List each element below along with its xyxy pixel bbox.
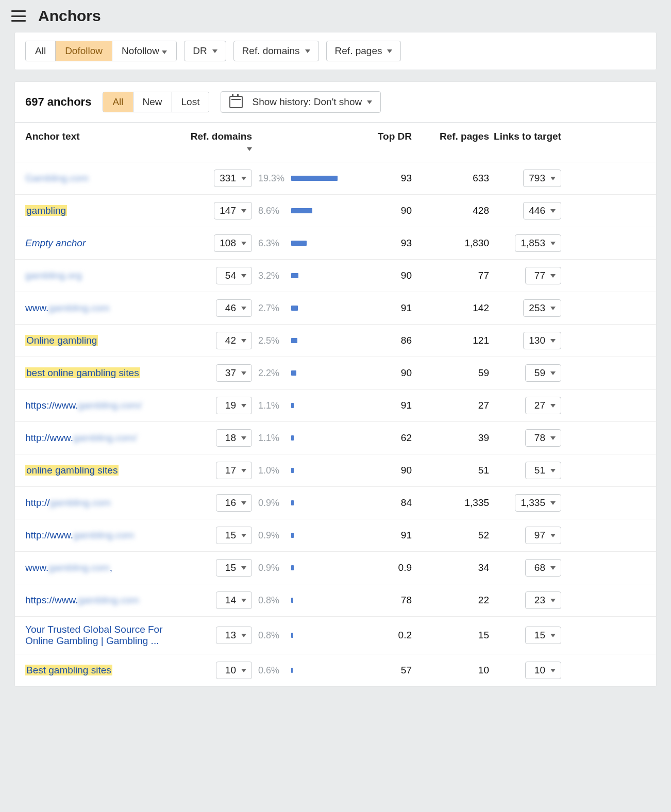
topdr-value: 91	[350, 400, 412, 411]
anchor-text: gambling.com	[73, 530, 134, 540]
links-cell: 27	[489, 397, 561, 414]
topdr-value: 90	[350, 205, 412, 216]
links-dropdown[interactable]: 68	[525, 559, 561, 577]
anchor-cell[interactable]: gambling	[25, 205, 185, 216]
anchor-text: Best gambling sites	[25, 665, 112, 675]
links-dropdown[interactable]: 59	[525, 364, 561, 382]
anchor-cell[interactable]: www.gambling.com	[25, 302, 185, 314]
status-all[interactable]: All	[103, 92, 133, 112]
refdomains-dropdown[interactable]: 15	[216, 559, 252, 577]
refdomains-dropdown[interactable]: 18	[216, 429, 252, 447]
anchor-cell[interactable]: http://www.gambling.com/	[25, 432, 185, 444]
anchor-text: Your Trusted Global Source For Online Ga…	[25, 624, 163, 646]
refdomains-value: 15	[225, 530, 236, 541]
table-row: https://www.gambling.com140.8%782223	[15, 584, 656, 617]
col-topdr[interactable]: Top DR	[350, 131, 412, 154]
col-refpages[interactable]: Ref. pages	[412, 131, 489, 154]
follow-dofollow[interactable]: Dofollow	[56, 41, 112, 61]
links-dropdown[interactable]: 793	[523, 170, 561, 187]
anchor-text: Gambling.com	[25, 173, 89, 183]
anchor-cell[interactable]: online gambling sites	[25, 465, 185, 476]
refdomains-percent: 0.6%	[258, 665, 289, 676]
refdomains-value: 54	[225, 270, 236, 281]
links-dropdown[interactable]: 51	[525, 462, 561, 479]
history-dropdown[interactable]: Show history: Don't show	[221, 91, 381, 113]
bar-cell: 0.6%	[252, 665, 350, 676]
top-bar: Anchors	[0, 0, 671, 32]
refpages-filter[interactable]: Ref. pages	[326, 41, 401, 61]
chevron-down-icon	[241, 371, 246, 375]
chevron-down-icon	[241, 566, 246, 570]
links-dropdown[interactable]: 446	[523, 202, 561, 219]
anchor-prefix: https://www.	[25, 595, 78, 605]
bar-cell: 2.5%	[252, 335, 350, 346]
links-dropdown[interactable]: 97	[525, 527, 561, 544]
links-dropdown[interactable]: 1,853	[515, 234, 561, 252]
table-row: gambling1478.6%90428446	[15, 195, 656, 227]
refdomains-filter[interactable]: Ref. domains	[233, 41, 319, 61]
table-row: www.gambling.com,150.9%0.93468	[15, 552, 656, 584]
refdomains-dropdown[interactable]: 331	[214, 170, 252, 187]
refdomains-dropdown[interactable]: 19	[216, 397, 252, 414]
topdr-value: 93	[350, 238, 412, 249]
links-dropdown[interactable]: 15	[525, 627, 561, 644]
bar-fill	[291, 468, 294, 473]
refpages-value: 15	[412, 630, 489, 641]
follow-nofollow[interactable]: Nofollow	[112, 41, 176, 61]
anchor-cell[interactable]: Empty anchor	[25, 238, 185, 249]
chevron-down-icon	[387, 49, 392, 53]
anchor-cell[interactable]: best online gambling sites	[25, 367, 185, 379]
anchor-cell[interactable]: http://gambling.com	[25, 497, 185, 509]
col-refdomains[interactable]: Ref. domains	[185, 131, 252, 154]
bar-fill	[291, 668, 293, 673]
anchor-cell[interactable]: Online gambling	[25, 335, 185, 346]
chevron-down-icon	[550, 534, 556, 537]
links-dropdown[interactable]: 130	[523, 332, 561, 349]
anchor-cell[interactable]: http://www.gambling.com	[25, 530, 185, 541]
chevron-down-icon	[241, 599, 246, 602]
bar-fill	[291, 338, 297, 343]
anchor-cell[interactable]: https://www.gambling.com/	[25, 400, 185, 411]
links-dropdown[interactable]: 77	[525, 267, 561, 284]
refdomains-dropdown[interactable]: 54	[216, 267, 252, 284]
links-dropdown[interactable]: 27	[525, 397, 561, 414]
refdomains-dropdown[interactable]: 147	[214, 202, 252, 219]
links-dropdown[interactable]: 253	[523, 299, 561, 317]
chevron-down-icon	[241, 469, 246, 472]
anchor-cell[interactable]: Gambling.com	[25, 173, 185, 184]
anchor-cell[interactable]: Best gambling sites	[25, 665, 185, 676]
refdomains-dropdown[interactable]: 14	[216, 591, 252, 609]
refdomains-dropdown[interactable]: 17	[216, 462, 252, 479]
col-links[interactable]: Links to target	[489, 131, 561, 154]
anchor-text: gambling.com	[48, 302, 109, 313]
col-anchor[interactable]: Anchor text	[25, 131, 185, 154]
menu-icon[interactable]	[11, 10, 26, 22]
links-value: 97	[534, 530, 545, 541]
refdomains-dropdown[interactable]: 16	[216, 494, 252, 512]
links-cell: 77	[489, 267, 561, 284]
anchor-cell[interactable]: www.gambling.com,	[25, 562, 185, 573]
status-lost[interactable]: Lost	[172, 92, 209, 112]
links-dropdown[interactable]: 10	[525, 662, 561, 679]
links-dropdown[interactable]: 78	[525, 429, 561, 447]
refdomains-dropdown[interactable]: 46	[216, 299, 252, 317]
refdomains-dropdown[interactable]: 13	[216, 627, 252, 644]
status-new[interactable]: New	[133, 92, 172, 112]
refdomains-dropdown[interactable]: 42	[216, 332, 252, 349]
follow-all[interactable]: All	[26, 41, 56, 61]
refdomains-percent: 8.6%	[258, 206, 289, 216]
anchor-cell[interactable]: gambling.org	[25, 270, 185, 281]
links-dropdown[interactable]: 23	[525, 591, 561, 609]
table-row: Best gambling sites100.6%571010	[15, 654, 656, 686]
refdomains-dropdown[interactable]: 108	[214, 234, 252, 252]
refdomains-dropdown[interactable]: 10	[216, 662, 252, 679]
bar-track	[291, 668, 338, 673]
dr-filter[interactable]: DR	[184, 41, 226, 61]
anchor-text: Empty anchor	[25, 238, 86, 248]
chevron-down-icon	[162, 50, 167, 54]
anchor-cell[interactable]: https://www.gambling.com	[25, 595, 185, 606]
refdomains-dropdown[interactable]: 37	[216, 364, 252, 382]
anchor-cell[interactable]: Your Trusted Global Source For Online Ga…	[25, 624, 185, 647]
links-dropdown[interactable]: 1,335	[515, 494, 561, 512]
refdomains-dropdown[interactable]: 15	[216, 527, 252, 544]
